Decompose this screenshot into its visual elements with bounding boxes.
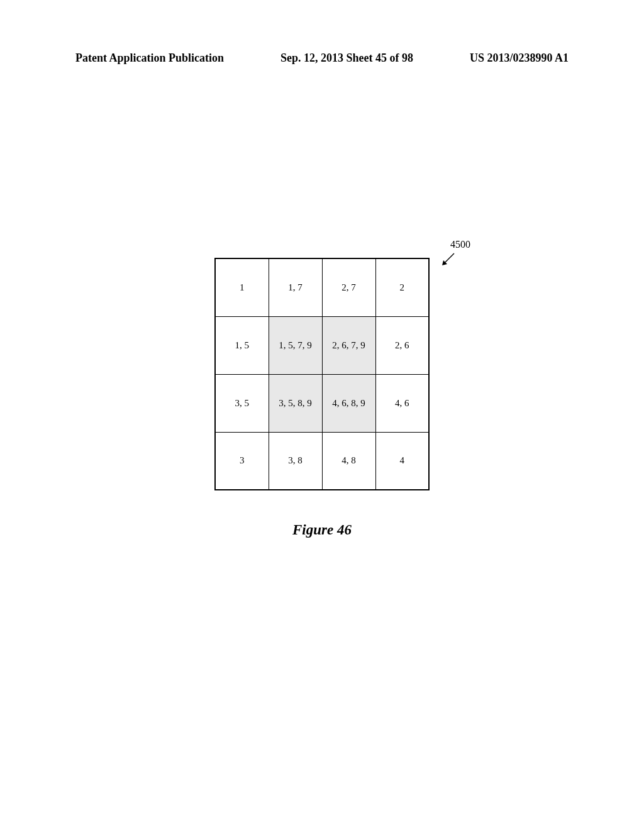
grid-cell: 2 <box>375 258 429 316</box>
publication-number: US 2013/0238990 A1 <box>470 52 569 65</box>
table-row: 1, 5 1, 5, 7, 9 2, 6, 7, 9 2, 6 <box>215 316 429 374</box>
grid-cell: 3, 8 <box>269 432 322 490</box>
grid-cell: 4, 8 <box>322 432 375 490</box>
grid-cell: 1, 7 <box>269 258 322 316</box>
grid-cell: 4, 6, 8, 9 <box>322 374 375 432</box>
table-row: 3, 5 3, 5, 8, 9 4, 6, 8, 9 4, 6 <box>215 374 429 432</box>
grid-cell: 1 <box>215 258 269 316</box>
reference-number: 4500 <box>450 239 470 250</box>
grid-cell: 1, 5 <box>215 316 269 374</box>
grid-cell: 2, 6, 7, 9 <box>322 316 375 374</box>
grid-cell: 1, 5, 7, 9 <box>269 316 322 374</box>
grid-cell: 3 <box>215 432 269 490</box>
page-header: Patent Application Publication Sep. 12, … <box>0 52 644 65</box>
publication-type: Patent Application Publication <box>75 52 224 65</box>
reference-arrow-icon <box>440 252 456 267</box>
grid-cell: 3, 5, 8, 9 <box>269 374 322 432</box>
data-grid: 1 1, 7 2, 7 2 1, 5 1, 5, 7, 9 2, 6, 7, 9… <box>214 258 430 490</box>
figure-container: 4500 1 1, 7 2, 7 2 1, 5 1, 5, 7, 9 2, 6,… <box>214 258 430 490</box>
grid-cell: 2, 6 <box>375 316 429 374</box>
date-sheet: Sep. 12, 2013 Sheet 45 of 98 <box>280 52 413 65</box>
grid-cell: 3, 5 <box>215 374 269 432</box>
table-row: 3 3, 8 4, 8 4 <box>215 432 429 490</box>
grid-cell: 2, 7 <box>322 258 375 316</box>
grid-cell: 4 <box>375 432 429 490</box>
figure-caption: Figure 46 <box>292 522 352 538</box>
grid-cell: 4, 6 <box>375 374 429 432</box>
table-row: 1 1, 7 2, 7 2 <box>215 258 429 316</box>
